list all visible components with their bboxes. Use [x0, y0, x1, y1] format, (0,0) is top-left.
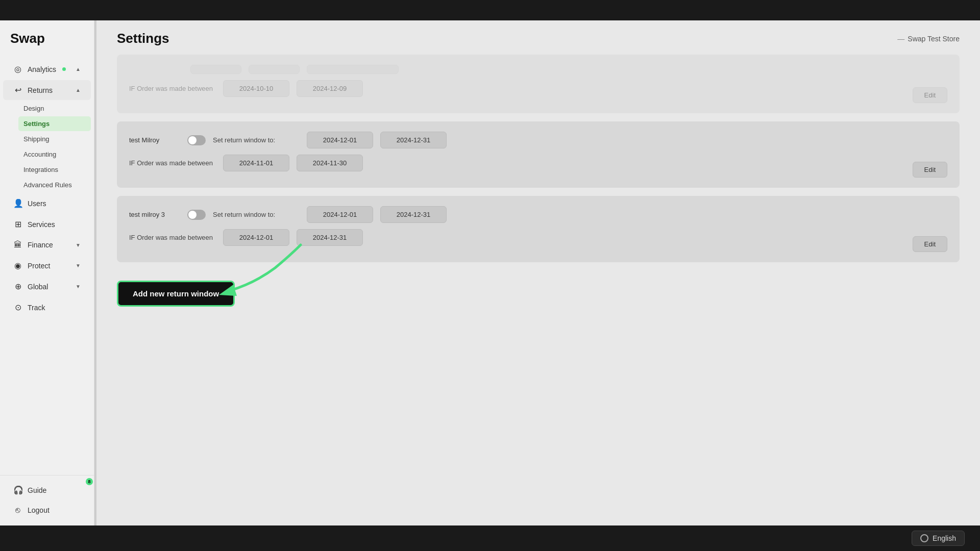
sidebar: Swap ◎ Analytics ▲ ↩ Returns ▲ Design Se…	[0, 20, 94, 525]
support-badge-count: 8	[86, 478, 93, 485]
page-title: Settings	[117, 31, 169, 46]
set-window-label-milroy: Set return window to:	[213, 136, 300, 144]
sub-item-accounting[interactable]: Accounting	[18, 147, 91, 162]
analytics-dot	[62, 67, 66, 71]
sidebar-item-protect[interactable]: ◉ Protect ▼	[3, 256, 91, 276]
milroy-window-start[interactable]: 2024-12-01	[307, 132, 373, 148]
rw-order-between-row-1: IF Order was made between 2024-10-10 202…	[129, 80, 947, 97]
edit-button-1[interactable]: Edit	[913, 87, 947, 103]
rw-milroy-row2: IF Order was made between 2024-11-01 202…	[129, 155, 947, 171]
sidebar-item-label: Services	[28, 220, 55, 229]
content-area: Settings Swap Test Store IF Order was ma…	[96, 20, 980, 525]
add-return-window-button[interactable]: Add new return window	[117, 281, 235, 307]
milroy3-order-start[interactable]: 2024-12-01	[223, 229, 289, 246]
sub-item-shipping[interactable]: Shipping	[18, 132, 91, 146]
sub-item-advanced-rules[interactable]: Advanced Rules	[18, 178, 91, 192]
rw-milroy-row1: test Milroy Set return window to: 2024-1…	[129, 132, 947, 148]
rw-milroy3-row2: IF Order was made between 2024-12-01 202…	[129, 229, 947, 246]
analytics-icon: ◎	[13, 64, 22, 74]
sidebar-item-label: Protect	[28, 262, 50, 270]
if-order-label-milroy: IF Order was made between	[129, 159, 216, 167]
return-window-top-partial: IF Order was made between 2024-10-10 202…	[117, 55, 960, 113]
sub-item-settings[interactable]: Settings	[18, 116, 91, 131]
returns-icon: ↩	[13, 85, 22, 95]
services-icon: ⊞	[13, 219, 22, 229]
protect-icon: ◉	[13, 261, 22, 270]
sidebar-item-logout[interactable]: ⎋ Logout	[3, 500, 91, 520]
sub-item-design[interactable]: Design	[18, 101, 91, 116]
milroy-toggle[interactable]	[187, 135, 206, 145]
language-button[interactable]: English	[912, 531, 965, 546]
sidebar-item-label: Analytics	[28, 65, 56, 73]
milroy3-name: test milroy 3	[129, 211, 180, 218]
sidebar-item-finance[interactable]: 🏛 Finance ▼	[3, 235, 91, 255]
milroy3-window-end[interactable]: 2024-12-31	[380, 206, 447, 223]
app-logo: Swap	[0, 31, 94, 59]
language-label: English	[933, 534, 956, 542]
store-label: Swap Test Store	[897, 35, 960, 43]
main-layout: Swap ◎ Analytics ▲ ↩ Returns ▲ Design Se…	[0, 20, 980, 525]
finance-icon: 🏛	[13, 240, 22, 249]
edit-button-milroy[interactable]: Edit	[913, 162, 947, 178]
partial-box3	[307, 65, 399, 74]
sidebar-item-label: Users	[28, 199, 46, 208]
milroy-order-end[interactable]: 2024-11-30	[297, 155, 363, 171]
sidebar-item-label: Finance	[28, 241, 53, 249]
protect-chevron: ▼	[76, 263, 81, 268]
partial-end-box	[249, 65, 300, 74]
sidebar-item-label: Returns	[28, 86, 53, 94]
sidebar-item-label: Global	[28, 283, 48, 291]
sidebar-item-users[interactable]: 👤 Users	[3, 193, 91, 213]
sidebar-item-global[interactable]: ⊕ Global ▼	[3, 277, 91, 296]
sidebar-item-label: Guide	[28, 486, 46, 494]
bottom-bar: English	[0, 525, 980, 551]
sidebar-item-services[interactable]: ⊞ Services	[3, 214, 91, 234]
sidebar-item-support[interactable]: 🎧 Guide 8	[3, 480, 91, 500]
finance-chevron: ▼	[76, 242, 81, 248]
return-window-milroy: test Milroy Set return window to: 2024-1…	[117, 121, 960, 188]
rw-milroy3-row1: test milroy 3 Set return window to: 2024…	[129, 206, 947, 223]
milroy-order-start[interactable]: 2024-11-01	[223, 155, 289, 171]
sub-item-integrations[interactable]: Integrations	[18, 162, 91, 177]
top-bar	[0, 0, 980, 20]
partial-start-box	[190, 65, 241, 74]
milroy-window-end[interactable]: 2024-12-31	[380, 132, 447, 148]
if-order-label-milroy3: IF Order was made between	[129, 234, 216, 241]
add-area: Add new return window	[117, 270, 235, 312]
return-window-milroy3: test milroy 3 Set return window to: 2024…	[117, 196, 960, 262]
global-chevron: ▼	[76, 284, 81, 289]
global-icon: ⊕	[13, 282, 22, 291]
order-end-1[interactable]: 2024-12-09	[297, 80, 363, 97]
rw-partial-row	[129, 65, 947, 74]
returns-sub-menu: Design Settings Shipping Accounting Inte…	[0, 101, 94, 193]
support-icon: 🎧	[13, 485, 22, 495]
track-icon: ⊙	[13, 303, 22, 312]
edit-button-milroy3[interactable]: Edit	[913, 236, 947, 252]
sidebar-item-returns[interactable]: ↩ Returns ▲	[3, 80, 91, 100]
logout-icon: ⎋	[13, 506, 22, 515]
sidebar-item-analytics[interactable]: ◎ Analytics ▲	[3, 59, 91, 79]
globe-icon	[920, 534, 928, 542]
set-window-label-milroy3: Set return window to:	[213, 211, 300, 218]
if-order-label-1: IF Order was made between	[129, 85, 216, 92]
content-scroll: IF Order was made between 2024-10-10 202…	[96, 55, 980, 525]
sidebar-bottom: 🎧 Guide 8 ⎋ Logout	[0, 475, 94, 520]
milroy3-window-start[interactable]: 2024-12-01	[307, 206, 373, 223]
milroy3-toggle[interactable]	[187, 210, 206, 220]
users-icon: 👤	[13, 198, 22, 208]
sidebar-item-label: Track	[28, 304, 45, 312]
milroy-name: test Milroy	[129, 136, 180, 144]
content-header: Settings Swap Test Store	[96, 20, 980, 55]
order-start-1[interactable]: 2024-10-10	[223, 80, 289, 97]
sidebar-item-label: Logout	[28, 506, 50, 514]
sidebar-item-track[interactable]: ⊙ Track	[3, 297, 91, 317]
milroy3-order-end[interactable]: 2024-12-31	[297, 229, 363, 246]
analytics-chevron: ▲	[76, 66, 81, 72]
returns-chevron: ▲	[76, 87, 81, 93]
